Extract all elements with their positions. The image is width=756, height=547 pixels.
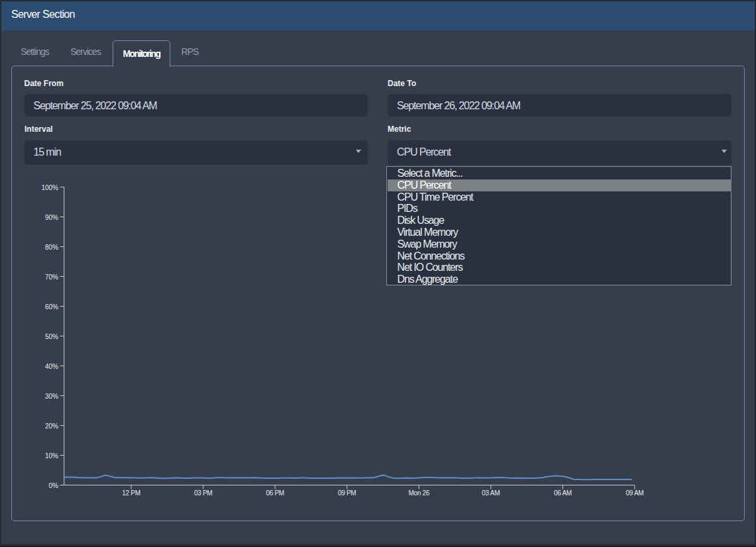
svg-text:Mon 26: Mon 26: [408, 489, 429, 497]
svg-text:40%: 40%: [45, 363, 58, 370]
svg-text:30%: 30%: [45, 393, 58, 400]
svg-text:100%: 100%: [41, 184, 58, 191]
svg-text:09 PM: 09 PM: [338, 489, 356, 497]
svg-text:20%: 20%: [45, 423, 58, 430]
svg-text:09 AM: 09 AM: [625, 489, 643, 497]
svg-text:10%: 10%: [45, 452, 58, 460]
svg-text:60%: 60%: [45, 303, 58, 311]
svg-text:12 PM: 12 PM: [122, 489, 140, 497]
svg-text:06 AM: 06 AM: [554, 489, 572, 497]
svg-text:0%: 0%: [49, 482, 59, 489]
svg-text:90%: 90%: [45, 214, 58, 221]
svg-text:50%: 50%: [45, 333, 58, 340]
svg-text:06 PM: 06 PM: [266, 489, 284, 497]
svg-text:80%: 80%: [45, 244, 58, 251]
svg-text:70%: 70%: [45, 274, 58, 281]
svg-text:03 PM: 03 PM: [194, 489, 212, 497]
svg-text:03 AM: 03 AM: [482, 489, 500, 497]
